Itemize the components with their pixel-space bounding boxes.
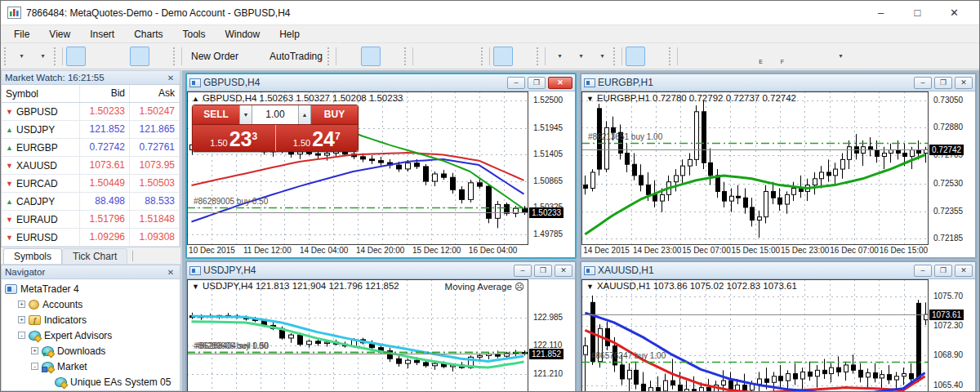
menu-file[interactable]: File xyxy=(6,27,38,42)
menu-view[interactable]: View xyxy=(41,27,78,42)
chart-plot-usdjpy[interactable] xyxy=(187,279,528,391)
arrows-button[interactable]: ✦▾ xyxy=(830,47,849,66)
navigator-close-icon[interactable]: ✕ xyxy=(165,268,176,277)
new-chart-button[interactable]: ⊞▾ xyxy=(11,47,30,66)
metaeditor-button[interactable]: ▰ xyxy=(243,47,262,66)
strategy-tester-button[interactable]: ◔ xyxy=(151,47,171,66)
templates-dropdown-icon[interactable]: ▾ xyxy=(600,52,604,60)
tree-expander[interactable]: + xyxy=(18,301,25,308)
buy-price[interactable]: 1.50247 xyxy=(276,125,359,151)
tree-item-metatrader-4[interactable]: MetaTrader 4 xyxy=(2,281,180,296)
market-watch-row-cadjpy[interactable]: ▲CADJPY88.49888.533 xyxy=(2,193,180,211)
chart-minimize-button[interactable]: – xyxy=(507,77,525,89)
chart-titlebar-usdjpy[interactable]: USDJPY,H4–❐✕ xyxy=(187,262,575,279)
equidistant-channel-button[interactable]: ∥E xyxy=(745,47,764,66)
navigator-header[interactable]: Navigator ✕ xyxy=(1,265,180,279)
text-label-button[interactable]: T xyxy=(808,47,828,66)
chart-plot-xauusd[interactable] xyxy=(581,279,929,391)
trade-panel-toggle-icon[interactable]: ▼ xyxy=(586,95,594,103)
indicators-button[interactable]: ✚▾ xyxy=(549,47,568,66)
chart-close-button[interactable]: ✕ xyxy=(555,265,572,277)
profiles-button[interactable]: ◫▾ xyxy=(32,47,51,66)
lot-down-button[interactable]: ▼ xyxy=(239,105,252,124)
market-watch-close-icon[interactable]: ✕ xyxy=(165,74,176,82)
navigator-button[interactable]: ★ xyxy=(109,47,128,66)
horizontal-line-button[interactable]: — xyxy=(702,47,722,66)
terminal-button[interactable]: ▤ xyxy=(130,47,149,66)
chart-close-button[interactable]: ✕ xyxy=(955,265,973,277)
tree-item-accounts[interactable]: +Accounts xyxy=(2,296,180,312)
chart-canvas-usdjpy[interactable]: ▼USDJPY,H4 121.813 121.904 121.796 121.8… xyxy=(187,279,575,391)
sell-price[interactable]: 1.50233 xyxy=(193,125,276,151)
zoom-out-button[interactable]: ⊖ xyxy=(438,47,457,66)
market-watch-row-eurcad[interactable]: ▼EURCAD1.504491.50503 xyxy=(2,175,180,193)
tree-item-unique-eas-system-05[interactable]: Unique EAs System 05 xyxy=(2,374,180,390)
cursor-button[interactable]: ↖ xyxy=(626,47,645,66)
tree-item-downloads[interactable]: +Downloads xyxy=(2,343,180,359)
chart-canvas-xauusd[interactable]: ▼XAUUSD,H1 1073.86 1075.02 1072.83 1073.… xyxy=(581,279,975,391)
market-watch-row-eurgbp[interactable]: ▲EURGBP0.727420.72761 xyxy=(2,139,180,157)
auto-scroll-button[interactable]: ⇥ xyxy=(493,47,513,66)
chart-restore-button[interactable]: ❐ xyxy=(534,265,552,277)
new-order-button[interactable]: ✚New Order xyxy=(185,47,241,66)
tree-expander[interactable]: + xyxy=(18,316,25,323)
tree-item-market[interactable]: -Market xyxy=(2,359,180,374)
chart-shift-button[interactable]: ⇤ xyxy=(514,47,534,66)
chart-titlebar-gbpusd[interactable]: GBPUSD,H4–❐✕ xyxy=(187,74,575,91)
market-watch-row-usdjpy[interactable]: ▲USDJPY121.852121.865 xyxy=(2,121,180,139)
tree-expander[interactable]: - xyxy=(18,332,25,339)
vertical-line-button[interactable]: | xyxy=(681,47,701,66)
title-bar[interactable]: 7866484: MetaQuotes-Demo - Demo Account … xyxy=(1,1,979,25)
indicators-dropdown-icon[interactable]: ▾ xyxy=(558,52,561,60)
templates-button[interactable]: ▨▾ xyxy=(591,47,611,66)
profiles-dropdown-icon[interactable]: ▾ xyxy=(41,52,44,60)
periods-dropdown-icon[interactable]: ▾ xyxy=(579,52,582,60)
tree-item-indicators[interactable]: +ƒIndicators xyxy=(2,312,180,327)
minimize-button[interactable]: – xyxy=(862,1,899,24)
tree-item-macd-sample[interactable]: MACD Sample xyxy=(2,390,180,391)
new-chart-dropdown-icon[interactable]: ▾ xyxy=(20,52,23,60)
market-watch-row-xauusd[interactable]: ▼XAUUSD1073.611073.95 xyxy=(2,157,180,175)
buy-button[interactable]: BUY xyxy=(311,105,358,124)
maximize-button[interactable]: □ xyxy=(899,1,936,24)
tab-tick-chart[interactable]: Tick Chart xyxy=(62,248,127,264)
crosshair-button[interactable]: + xyxy=(647,47,666,66)
chart-titlebar-xauusd[interactable]: XAUUSD,H1–❐✕ xyxy=(581,262,975,279)
chart-close-button[interactable]: ✕ xyxy=(955,77,973,89)
market-watch-row-eurusd[interactable]: ▼EURUSD1.092961.09308 xyxy=(2,229,180,247)
chart-minimize-button[interactable]: – xyxy=(914,265,932,277)
tab-symbols[interactable]: Symbols xyxy=(3,248,62,264)
autotrading-button[interactable]: ●▪AutoTrading xyxy=(264,47,325,66)
trendline-button[interactable]: / xyxy=(724,47,743,66)
chart-restore-button[interactable]: ❐ xyxy=(934,77,952,89)
fibonacci-button[interactable]: ≣F xyxy=(766,47,786,66)
tile-windows-button[interactable]: ▦ xyxy=(459,47,479,66)
chart-canvas-gbpusd[interactable]: ▲GBPUSD,H4 1.50263 1.50327 1.50208 1.502… xyxy=(187,91,575,257)
chart-minimize-button[interactable]: – xyxy=(914,77,932,89)
lot-up-button[interactable]: ▲ xyxy=(298,105,311,124)
sell-button[interactable]: SELL xyxy=(193,105,239,124)
text-button[interactable]: A xyxy=(787,47,807,66)
menu-charts[interactable]: Charts xyxy=(126,27,171,42)
menu-window[interactable]: Window xyxy=(217,27,269,42)
market-watch-header[interactable]: Market Watch: 16:21:55 ✕ xyxy=(1,70,180,85)
chart-plot-eurgbp[interactable] xyxy=(581,91,929,245)
menu-insert[interactable]: Insert xyxy=(82,27,122,42)
tree-item-expert-advisors[interactable]: -Expert Advisors xyxy=(2,327,180,343)
chart-canvas-eurgbp[interactable]: ▼EURGBP,H1 0.72780 0.72792 0.72737 0.727… xyxy=(581,91,975,257)
line-chart-button[interactable]: ∿ xyxy=(382,47,402,66)
chart-close-button[interactable]: ✕ xyxy=(548,77,572,89)
arrows-dropdown-icon[interactable]: ▾ xyxy=(839,52,842,60)
chart-titlebar-eurgbp[interactable]: EURGBP,H1–❐✕ xyxy=(581,74,975,91)
trade-panel-toggle-icon[interactable]: ▼ xyxy=(586,283,594,291)
trade-panel-toggle-icon[interactable]: ▲ xyxy=(192,95,199,103)
chart-minimize-button[interactable]: – xyxy=(514,265,532,277)
zoom-in-button[interactable]: ⊕ xyxy=(416,47,436,66)
periods-button[interactable]: ◷▾ xyxy=(570,47,590,66)
close-button[interactable]: ✕ xyxy=(936,1,973,24)
menu-tools[interactable]: Tools xyxy=(175,27,214,42)
market-watch-row-gbpusd[interactable]: ▼GBPUSD1.502331.50247 xyxy=(2,103,180,121)
chart-restore-button[interactable]: ❐ xyxy=(528,77,546,89)
trade-panel-toggle-icon[interactable]: ▼ xyxy=(192,283,199,291)
market-watch-row-euraud[interactable]: ▼EURAUD1.517961.51848 xyxy=(2,211,180,229)
